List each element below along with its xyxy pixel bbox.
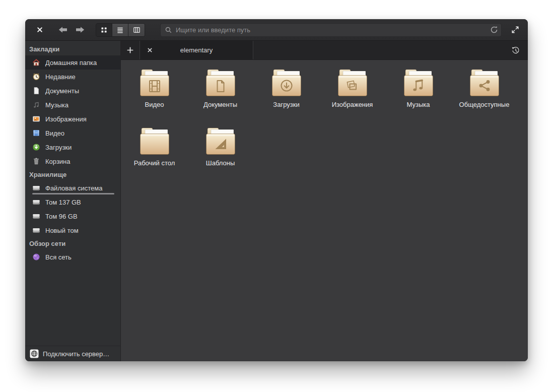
- folder-label: Музыка: [407, 101, 430, 108]
- fullscreen-button[interactable]: [508, 23, 523, 37]
- view-grid-button[interactable]: [96, 24, 112, 36]
- video-icon: [32, 129, 40, 137]
- files-app-window: Закладки Домашняя папка Недавние: [25, 19, 528, 361]
- folder-templates[interactable]: Шаблоны: [187, 126, 253, 167]
- folder-label: Шаблоны: [206, 159, 235, 167]
- refresh-icon[interactable]: [490, 26, 498, 34]
- sidebar-item-label: Изображения: [45, 115, 87, 123]
- sidebar-list: Закладки Домашняя папка Недавние: [25, 41, 120, 346]
- folder-icon: [204, 126, 237, 156]
- grid-view-icon: [100, 26, 108, 34]
- sidebar-item-volume-137[interactable]: Том 137 GB: [25, 195, 120, 209]
- history-clock-icon: [511, 45, 521, 55]
- folder-label: Рабочий стол: [134, 159, 175, 167]
- folder-label: Загрузки: [273, 101, 299, 108]
- folder-label: Общедоступные: [459, 101, 510, 108]
- sidebar-item-downloads[interactable]: Загрузки: [25, 140, 120, 154]
- sidebar-item-label: Домашняя папка: [45, 59, 97, 67]
- music-icon: [32, 101, 40, 109]
- connect-server-label: Подключить сервер…: [43, 350, 109, 358]
- search-icon: [165, 26, 172, 34]
- path-search-field: [160, 23, 502, 37]
- sidebar-item-label: Том 96 GB: [45, 213, 78, 220]
- history-button[interactable]: [509, 43, 523, 57]
- sidebar: Закладки Домашняя папка Недавние: [25, 41, 121, 361]
- resize-diagonal-icon: [511, 26, 519, 34]
- home-icon: [32, 58, 40, 67]
- trash-icon: [32, 157, 40, 165]
- file-grid: Видео Документы Загрузки Изображения Муз: [121, 60, 528, 361]
- downloads-icon: [32, 143, 40, 151]
- folder-icon: [204, 68, 237, 97]
- sidebar-item-label: Недавние: [45, 73, 76, 81]
- server-globe-icon: [30, 349, 39, 358]
- sidebar-item-music[interactable]: Музыка: [25, 98, 120, 112]
- section-header-bookmarks: Закладки: [25, 43, 120, 55]
- disk-usage-bar: [32, 193, 114, 194]
- folder-label: Документы: [203, 101, 237, 108]
- column-view-icon: [133, 26, 141, 34]
- new-tab-button[interactable]: [122, 43, 137, 58]
- view-list-button[interactable]: [112, 24, 128, 36]
- disk-icon: [32, 212, 40, 220]
- sidebar-item-label: Документы: [45, 87, 79, 95]
- window-content: Закладки Домашняя папка Недавние: [25, 41, 528, 361]
- forward-button[interactable]: [72, 23, 89, 37]
- sidebar-item-trash[interactable]: Корзина: [25, 154, 120, 168]
- sidebar-item-label: Загрузки: [45, 144, 72, 151]
- network-icon: [32, 253, 40, 261]
- disk-icon: [32, 184, 40, 192]
- sidebar-item-documents[interactable]: Документы: [25, 84, 120, 98]
- folder-label: Видео: [145, 101, 164, 108]
- window-close-button[interactable]: [33, 23, 46, 36]
- sidebar-item-label: Файловая система: [45, 184, 102, 192]
- arrow-left-icon: [57, 26, 68, 34]
- sidebar-item-new-volume[interactable]: Новый том: [25, 223, 120, 237]
- list-view-icon: [116, 26, 124, 34]
- folder-icon: [138, 68, 171, 97]
- recent-icon: [32, 73, 40, 81]
- disk-icon: [32, 198, 40, 206]
- tab-close-icon[interactable]: [145, 46, 154, 55]
- sidebar-item-volume-96[interactable]: Том 96 GB: [25, 209, 120, 223]
- sidebar-item-label: Том 137 GB: [45, 199, 81, 206]
- disk-icon: [32, 226, 40, 234]
- sidebar-item-videos[interactable]: Видео: [25, 126, 120, 140]
- headerbar: [25, 19, 528, 41]
- sidebar-item-home[interactable]: Домашняя папка: [25, 55, 120, 70]
- section-header-label: Хранилище: [29, 171, 66, 178]
- section-header-network: Обзор сети: [25, 237, 120, 250]
- folder-icon: [138, 126, 171, 156]
- folder-icon: [270, 68, 303, 97]
- tab-label: elementary: [140, 46, 253, 54]
- folder-icon: [402, 68, 435, 97]
- section-header-storage: Хранилище: [25, 168, 120, 181]
- connect-server-button[interactable]: Подключить сервер…: [25, 346, 120, 361]
- close-icon: [36, 26, 43, 33]
- sidebar-item-label: Видео: [45, 129, 64, 137]
- folder-videos[interactable]: Видео: [121, 68, 187, 108]
- back-button[interactable]: [54, 23, 72, 37]
- folder-downloads[interactable]: Загрузки: [253, 68, 319, 108]
- folder-desktop[interactable]: Рабочий стол: [121, 126, 187, 167]
- sidebar-item-filesystem[interactable]: Файловая система: [25, 181, 120, 195]
- tab-bar: elementary: [121, 41, 528, 60]
- folder-public[interactable]: Общедоступные: [451, 68, 517, 108]
- folder-documents[interactable]: Документы: [187, 68, 253, 108]
- folder-label: Изображения: [332, 101, 373, 108]
- sidebar-item-entire-network[interactable]: Вся сеть: [25, 250, 120, 264]
- folder-icon: [336, 68, 369, 97]
- sidebar-item-label: Корзина: [45, 158, 71, 165]
- sidebar-item-label: Новый том: [45, 227, 79, 234]
- tab-elementary[interactable]: elementary: [140, 41, 253, 59]
- sidebar-item-pictures[interactable]: Изображения: [25, 112, 120, 126]
- sidebar-item-label: Вся сеть: [45, 253, 72, 261]
- folder-pictures[interactable]: Изображения: [319, 68, 385, 108]
- folder-icon: [468, 68, 501, 97]
- view-column-button[interactable]: [128, 24, 145, 36]
- search-input[interactable]: [161, 26, 501, 34]
- view-switcher: [96, 23, 145, 37]
- sidebar-item-recent[interactable]: Недавние: [25, 70, 120, 84]
- folder-music[interactable]: Музыка: [385, 68, 451, 108]
- documents-icon: [32, 87, 40, 95]
